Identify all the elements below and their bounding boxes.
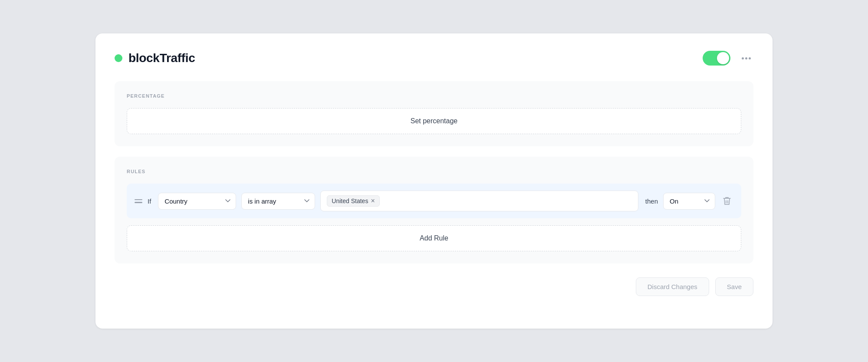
- flag-name: blockTraffic: [128, 51, 195, 65]
- header-right: [703, 51, 753, 66]
- then-label: then: [645, 197, 658, 205]
- trash-icon: [723, 197, 731, 205]
- more-dot-1: [742, 57, 744, 59]
- rule-row: If Country City IP Address is in array i…: [127, 184, 741, 218]
- percentage-section: PERCENTAGE Set percentage: [115, 81, 753, 146]
- more-dot-2: [745, 57, 747, 59]
- tag-label: United States: [332, 197, 368, 204]
- more-dot-3: [749, 57, 751, 59]
- drag-line-1: [135, 199, 142, 201]
- values-field[interactable]: United States ×: [320, 191, 638, 211]
- if-label: If: [148, 197, 151, 205]
- header-left: blockTraffic: [115, 51, 195, 65]
- toggle-switch[interactable]: [703, 51, 730, 66]
- rules-section: RULES If Country City IP Address is in a…: [115, 157, 753, 263]
- delete-rule-button[interactable]: [720, 194, 733, 208]
- tag-united-states: United States ×: [327, 195, 379, 207]
- add-rule-button[interactable]: Add Rule: [127, 225, 741, 251]
- operator-field-select[interactable]: is in array is not in array equals: [241, 193, 315, 210]
- condition-field-select[interactable]: Country City IP Address: [158, 193, 236, 210]
- discard-changes-button[interactable]: Discard Changes: [636, 277, 709, 296]
- drag-line-2: [135, 202, 142, 203]
- footer: Discard Changes Save: [115, 277, 753, 296]
- status-indicator: [115, 54, 122, 62]
- result-field-select[interactable]: On Off: [663, 193, 715, 210]
- more-options-button[interactable]: [739, 56, 753, 61]
- set-percentage-button[interactable]: Set percentage: [127, 108, 741, 134]
- toggle-knob: [717, 52, 729, 64]
- save-button[interactable]: Save: [715, 277, 753, 296]
- tag-remove-button[interactable]: ×: [371, 197, 375, 204]
- main-card: blockTraffic PERCENTAGE Set percentage R…: [95, 33, 773, 329]
- header: blockTraffic: [115, 51, 753, 66]
- drag-handle[interactable]: [135, 199, 142, 203]
- percentage-section-label: PERCENTAGE: [127, 93, 741, 99]
- rules-section-label: RULES: [127, 169, 741, 174]
